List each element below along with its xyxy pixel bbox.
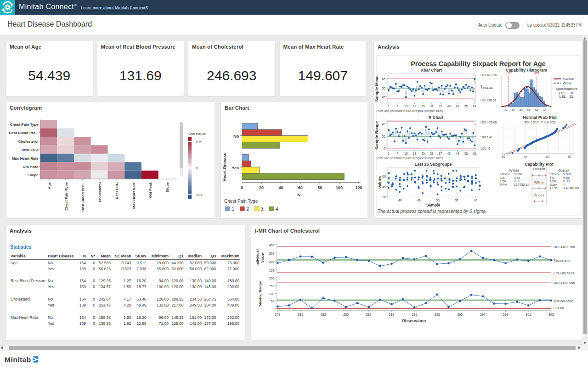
svg-text:202.00: 202.00 — [227, 315, 239, 320]
svg-text:Minimum: Minimum — [152, 254, 169, 258]
svg-text:137068.58: 137068.58 — [563, 186, 579, 190]
svg-text:130.00: 130.00 — [190, 279, 202, 283]
svg-text:164: 164 — [79, 279, 86, 283]
svg-text:Sample Mean: Sample Mean — [374, 75, 379, 102]
svg-text:297: 297 — [480, 313, 486, 316]
svg-text:7.938: 7.938 — [136, 267, 147, 271]
svg-text:94.00: 94.00 — [159, 279, 169, 283]
svg-text:43: 43 — [447, 152, 451, 155]
svg-text:4: 4 — [276, 206, 278, 212]
svg-text:287: 287 — [366, 313, 372, 316]
svg-text:31: 31 — [430, 152, 434, 155]
svg-text:13: 13 — [404, 152, 408, 155]
svg-text:61: 61 — [473, 105, 477, 108]
svg-text:Chest Pain Type: Chest Pain Type — [10, 123, 39, 127]
svg-text:Overall: Overall — [563, 77, 574, 81]
svg-text:Rest ECG: Rest ECG — [115, 182, 119, 199]
svg-text:29.000: 29.000 — [157, 261, 169, 265]
svg-text:49: 49 — [456, 105, 459, 108]
svg-text:100: 100 — [269, 269, 275, 272]
svg-text:Value: Value — [260, 253, 265, 262]
svg-text:LCL=0: LCL=0 — [554, 306, 564, 310]
svg-text:279: 279 — [275, 313, 280, 316]
svg-text:Moving Range: Moving Range — [258, 281, 262, 306]
svg-text:13: 13 — [404, 105, 408, 108]
svg-text:58.000: 58.000 — [190, 267, 202, 271]
svg-text:USL: USL — [534, 72, 540, 75]
svg-text:LCL=0: LCL=0 — [481, 147, 490, 150]
svg-text:64: 64 — [535, 108, 538, 112]
svg-text:56: 56 — [527, 108, 531, 112]
svg-text:The actual process spread is r: The actual process spread is represented… — [378, 209, 487, 214]
svg-text:55: 55 — [464, 152, 468, 155]
svg-text:45: 45 — [382, 95, 385, 99]
svg-text:100: 100 — [336, 185, 343, 190]
svg-text:0: 0 — [272, 307, 274, 311]
svg-text:Rest ECG: Rest ECG — [22, 148, 39, 152]
svg-text:Median: Median — [188, 254, 202, 258]
svg-text:281: 281 — [298, 313, 303, 316]
svg-text:44.250: 44.250 — [172, 261, 184, 265]
svg-text:52.585: 52.585 — [99, 261, 111, 265]
svg-text:400: 400 — [269, 244, 275, 247]
svg-text:PPM: PPM — [500, 183, 508, 187]
svg-text:Variable: Variable — [11, 254, 26, 258]
svg-text:7: 7 — [396, 105, 398, 108]
svg-text:No: No — [233, 134, 239, 139]
svg-text:Last 25 Subgroups: Last 25 Subgroups — [414, 162, 452, 167]
svg-text:77.000: 77.000 — [227, 267, 239, 271]
svg-text:LCL=38.68: LCL=38.68 — [481, 99, 497, 102]
svg-text:53.46: 53.46 — [136, 297, 147, 301]
svg-text:19: 19 — [413, 105, 417, 108]
svg-text:195.00: 195.00 — [227, 321, 239, 326]
svg-text:SE Mean: SE Mean — [115, 254, 131, 258]
svg-text:UCL=403.766: UCL=403.766 — [554, 245, 575, 249]
svg-text:139: 139 — [79, 321, 86, 326]
svg-text:217.00: 217.00 — [172, 303, 184, 307]
svg-text:299: 299 — [503, 313, 509, 316]
svg-text:293: 293 — [435, 313, 440, 316]
svg-text:Heart Disease: Heart Disease — [222, 153, 227, 182]
svg-text:Heart Disease: Heart Disease — [48, 254, 74, 258]
svg-text:25: 25 — [421, 152, 425, 155]
svg-text:80: 80 — [568, 155, 571, 158]
svg-text:0: 0 — [93, 284, 95, 289]
svg-text:No: No — [48, 297, 53, 301]
svg-text:N: N — [297, 192, 300, 197]
svg-text:Slope: Slope — [28, 173, 39, 177]
svg-text:37: 37 — [439, 152, 442, 155]
svg-text:134.57: 134.57 — [99, 284, 111, 289]
svg-text:Yes: Yes — [232, 165, 239, 170]
svg-text:564.00: 564.00 — [227, 297, 239, 301]
svg-text:295: 295 — [457, 313, 463, 316]
svg-text:20: 20 — [259, 185, 264, 190]
svg-text:1.92: 1.92 — [124, 321, 131, 326]
svg-text:Yes: Yes — [48, 267, 54, 271]
svg-text:164: 164 — [79, 297, 86, 301]
svg-text:Normal Prob Plot: Normal Prob Plot — [523, 115, 557, 120]
svg-text:129.25: 129.25 — [99, 279, 111, 283]
svg-text:20: 20 — [382, 135, 385, 138]
svg-text:1: 1 — [232, 206, 235, 212]
svg-text:200: 200 — [269, 260, 275, 263]
svg-text:30: 30 — [382, 195, 386, 199]
svg-text:StDev: StDev — [135, 254, 146, 258]
svg-text:LCL=89.6197: LCL=89.6197 — [554, 271, 574, 275]
svg-text:No: No — [48, 315, 53, 320]
svg-text:130.00: 130.00 — [190, 284, 202, 289]
svg-text:Individual: Individual — [255, 249, 260, 266]
svg-text:Overall: Overall — [533, 167, 545, 171]
svg-text:Within: Within — [534, 180, 544, 184]
svg-text:1: 1 — [388, 105, 390, 108]
svg-text:40: 40 — [398, 199, 402, 202]
svg-text:Chest Pain Type: Chest Pain Type — [224, 199, 258, 204]
svg-text:45: 45 — [417, 199, 421, 202]
svg-text:Capability Plot: Capability Plot — [525, 162, 554, 167]
svg-text:40: 40 — [512, 108, 515, 112]
svg-text:289: 289 — [389, 313, 395, 316]
svg-text:1: 1 — [388, 152, 390, 155]
svg-text:Yes: Yes — [48, 284, 54, 289]
svg-text:USL: USL — [559, 95, 566, 99]
svg-text:Old Peak: Old Peak — [148, 182, 153, 198]
svg-text:R=15.41: R=15.41 — [481, 135, 493, 139]
